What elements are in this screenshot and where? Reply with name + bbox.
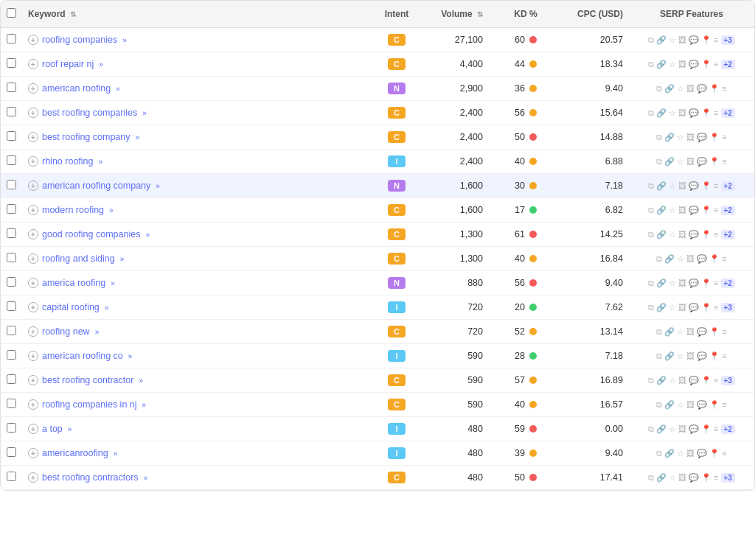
row-checkbox-cell[interactable] xyxy=(1,101,22,125)
keyword-header[interactable]: Keyword ⇅ xyxy=(22,1,371,28)
keyword-link[interactable]: american roofing co xyxy=(42,351,123,361)
row-checkbox-cell[interactable] xyxy=(1,441,22,466)
row-checkbox[interactable] xyxy=(7,277,16,287)
keyword-link[interactable]: good roofing companies xyxy=(42,229,140,239)
keyword-expand-icon[interactable]: + xyxy=(28,448,38,458)
keyword-expand-icon[interactable]: + xyxy=(28,35,38,45)
table-row: + american roofing co » I 590 28 7.18 ⧉ … xyxy=(1,344,754,368)
keyword-expand-icon[interactable]: + xyxy=(28,399,38,410)
keyword-expand-icon[interactable]: + xyxy=(28,205,38,215)
keyword-link[interactable]: americanroofing xyxy=(42,448,108,458)
row-checkbox[interactable] xyxy=(7,447,16,457)
row-checkbox[interactable] xyxy=(7,326,16,335)
row-checkbox[interactable] xyxy=(7,107,16,116)
serp-icon-star: ☆ xyxy=(669,303,676,312)
row-checkbox[interactable] xyxy=(7,83,16,92)
keyword-expand-icon[interactable]: + xyxy=(28,156,38,167)
keyword-expand-icon[interactable]: + xyxy=(28,83,38,94)
row-checkbox-cell[interactable] xyxy=(1,466,22,490)
select-all-header[interactable] xyxy=(1,1,22,28)
keyword-expand-icon[interactable]: + xyxy=(28,181,38,191)
volume-cell: 1,600 xyxy=(422,174,489,198)
keyword-expand-icon[interactable]: + xyxy=(28,351,38,361)
keyword-expand-icon[interactable]: + xyxy=(28,472,38,483)
keyword-link[interactable]: a top xyxy=(42,424,63,434)
serp-cell: ⧉ 🔗 ☆ 🖼 💬 📍 ≡ +2 xyxy=(629,52,754,77)
keyword-expand-icon[interactable]: + xyxy=(28,375,38,385)
keyword-link[interactable]: rhino roofing xyxy=(42,156,94,167)
serp-icon-copy: ⧉ xyxy=(648,35,654,45)
row-checkbox[interactable] xyxy=(7,131,16,141)
keyword-link[interactable]: capital roofing xyxy=(42,302,100,312)
serp-icon-list: ≡ xyxy=(714,206,718,214)
keyword-expand-icon[interactable]: + xyxy=(28,302,38,312)
row-checkbox[interactable] xyxy=(7,472,16,481)
row-checkbox-cell[interactable] xyxy=(1,150,22,174)
serp-icon-pin: 📍 xyxy=(709,400,720,410)
row-checkbox-cell[interactable] xyxy=(1,28,22,52)
keyword-link[interactable]: roofing new xyxy=(42,326,90,337)
keyword-expand-icon[interactable]: + xyxy=(28,253,38,264)
row-checkbox-cell[interactable] xyxy=(1,271,22,295)
kd-dot xyxy=(529,279,537,287)
keyword-expand-icon[interactable]: + xyxy=(28,278,38,288)
volume-header[interactable]: Volume ⇅ xyxy=(422,1,489,28)
serp-icon-pin: 📍 xyxy=(701,279,711,288)
row-checkbox[interactable] xyxy=(7,58,16,68)
row-checkbox[interactable] xyxy=(7,155,16,165)
keyword-expand-icon[interactable]: + xyxy=(28,229,38,239)
row-checkbox-cell[interactable] xyxy=(1,77,22,101)
row-checkbox-cell[interactable] xyxy=(1,198,22,223)
keyword-link[interactable]: best roofing contractors xyxy=(42,472,139,483)
intent-cell: C xyxy=(371,223,422,247)
keyword-sort-icon[interactable]: ⇅ xyxy=(70,10,76,18)
row-checkbox-cell[interactable] xyxy=(1,393,22,417)
row-checkbox-cell[interactable] xyxy=(1,125,22,150)
serp-icon-link: 🔗 xyxy=(656,376,667,385)
row-checkbox-cell[interactable] xyxy=(1,295,22,320)
keyword-link[interactable]: best roofing companies xyxy=(42,108,137,118)
keyword-link[interactable]: american roofing xyxy=(42,83,111,94)
keyword-arrows: » xyxy=(122,36,127,44)
row-checkbox-cell[interactable] xyxy=(1,174,22,198)
row-checkbox-cell[interactable] xyxy=(1,247,22,271)
volume-sort-icon[interactable]: ⇅ xyxy=(477,10,483,18)
row-checkbox-cell[interactable] xyxy=(1,52,22,77)
cpc-cell: 16.89 xyxy=(563,368,629,393)
row-checkbox[interactable] xyxy=(7,374,16,384)
row-checkbox[interactable] xyxy=(7,34,16,43)
row-checkbox[interactable] xyxy=(7,399,16,408)
keyword-link[interactable]: roofing and siding xyxy=(42,253,115,264)
keyword-link[interactable]: roof repair nj xyxy=(42,59,94,69)
serp-icon-link: 🔗 xyxy=(656,181,667,191)
keyword-expand-icon[interactable]: + xyxy=(28,108,38,118)
keyword-link[interactable]: american roofing company xyxy=(42,181,150,191)
keyword-expand-icon[interactable]: + xyxy=(28,132,38,142)
keyword-link[interactable]: best roofing contractor xyxy=(42,375,133,385)
serp-icon-list: ≡ xyxy=(714,473,718,482)
volume-cell: 590 xyxy=(422,344,489,368)
keyword-cell: + americanroofing » xyxy=(22,441,371,466)
row-checkbox[interactable] xyxy=(7,228,16,238)
row-checkbox[interactable] xyxy=(7,423,16,433)
select-all-checkbox[interactable] xyxy=(7,8,16,18)
keyword-link[interactable]: roofing companies xyxy=(42,35,117,45)
row-checkbox-cell[interactable] xyxy=(1,320,22,344)
row-checkbox[interactable] xyxy=(7,253,16,262)
intent-cell: C xyxy=(371,28,422,52)
keyword-link[interactable]: roofing companies in nj xyxy=(42,399,137,410)
keyword-expand-icon[interactable]: + xyxy=(28,326,38,337)
row-checkbox-cell[interactable] xyxy=(1,417,22,441)
row-checkbox[interactable] xyxy=(7,204,16,214)
row-checkbox[interactable] xyxy=(7,350,16,360)
row-checkbox-cell[interactable] xyxy=(1,344,22,368)
keyword-link[interactable]: america roofing xyxy=(42,278,105,288)
row-checkbox[interactable] xyxy=(7,301,16,311)
keyword-link[interactable]: best roofing company xyxy=(42,132,131,142)
row-checkbox[interactable] xyxy=(7,180,16,189)
keyword-link[interactable]: modern roofing xyxy=(42,205,104,215)
row-checkbox-cell[interactable] xyxy=(1,223,22,247)
row-checkbox-cell[interactable] xyxy=(1,368,22,393)
keyword-expand-icon[interactable]: + xyxy=(28,59,38,69)
keyword-expand-icon[interactable]: + xyxy=(28,424,38,434)
